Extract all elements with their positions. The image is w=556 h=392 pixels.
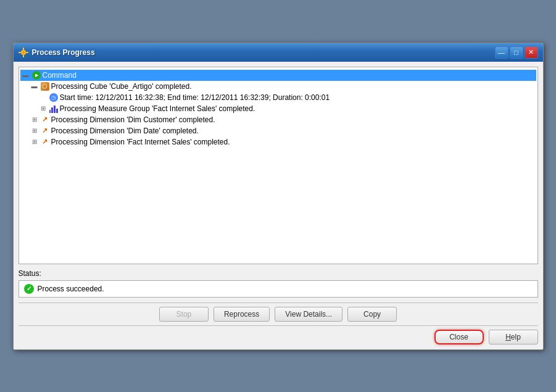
cube-label: Processing Cube 'Cube_Artigo' completed. [51,82,192,91]
tree-row-measure[interactable]: ⊞ Processing Measure Group 'Fact Interne… [38,103,536,114]
measure-label: Processing Measure Group 'Fact Internet … [60,104,255,113]
cube-icon [40,81,50,91]
tree-row-dim-date[interactable]: ⊞ Processing Dimension 'Dim Date' comple… [29,125,536,136]
stop-button[interactable]: Stop [159,307,209,322]
divider-2 [19,325,538,326]
svg-rect-3 [23,55,24,57]
expand-measure[interactable]: ⊞ [39,104,48,113]
status-section: Status: Process succeeded. [19,269,538,298]
dimension-date-icon [40,126,50,136]
reprocess-button[interactable]: Reprocess [214,307,270,322]
svg-rect-5 [26,52,28,53]
dim-customer-label: Processing Dimension 'Dim Customer' comp… [51,115,215,124]
tree-row-dim-fact[interactable]: ⊞ Processing Dimension 'Fact Internet Sa… [29,136,536,148]
expand-dim-date[interactable]: ⊞ [30,127,39,135]
help-label-underline: H [505,333,511,341]
view-details-button[interactable]: View Details... [275,307,342,322]
tree-row-starttime: ▸ Start time: 12/12/2011 16:32:38; End t… [38,92,536,103]
copy-button[interactable]: Copy [347,307,397,322]
tree-panel: ▬ Command ▬ Processing Cube 'Cube_Artigo… [19,67,538,264]
expand-cube[interactable]: ▬ [30,82,39,91]
title-bar-left: Process Progress [19,48,95,57]
dimension-customer-icon [40,115,50,125]
divider-1 [19,302,538,303]
title-bar-buttons: — □ ✕ [495,46,538,59]
help-label-rest: elp [511,333,521,341]
dim-date-label: Processing Dimension 'Dim Date' complete… [51,127,199,135]
close-button[interactable]: Close [434,330,484,344]
chart-icon [49,104,59,114]
status-label: Status: [19,269,538,278]
title-bar: Process Progress — □ ✕ [14,43,543,62]
command-label: Command [43,71,77,80]
window-close-button[interactable]: ✕ [525,46,538,59]
tree-row-cube[interactable]: ▬ Processing Cube 'Cube_Artigo' complete… [29,81,536,92]
svg-point-1 [22,51,25,54]
reprocess-label: Reprocess [224,310,259,319]
window-title: Process Progress [32,48,95,57]
title-icon [19,48,28,57]
tree-row-command[interactable]: ▬ Command [20,70,536,81]
process-progress-window: Process Progress — □ ✕ ▬ Command ▬ [13,43,544,350]
status-text: Process succeeded. [38,285,104,293]
success-icon [24,284,34,294]
status-bar: Process succeeded. [19,280,538,298]
svg-rect-2 [23,48,24,50]
expand-command[interactable]: ▬ [22,71,30,80]
expand-dim-customer[interactable]: ⊞ [30,115,39,124]
dimension-fact-icon [40,137,50,147]
clock-icon [49,93,59,102]
expand-dim-fact[interactable]: ⊞ [30,138,39,146]
dim-fact-label: Processing Dimension 'Fact Internet Sale… [51,138,230,146]
button-row-2: Close Help [19,330,538,344]
minimize-button[interactable]: — [495,46,508,59]
starttime-label: Start time: 12/12/2011 16:32:38; End tim… [60,93,330,102]
button-row-1: Stop Reprocess View Details... Copy [19,307,538,322]
maximize-button[interactable]: □ [510,46,523,59]
window-body: ▬ Command ▬ Processing Cube 'Cube_Artigo… [14,62,543,349]
svg-rect-4 [19,52,21,53]
play-icon [31,70,41,80]
help-button[interactable]: Help [489,330,538,344]
tree-row-dim-customer[interactable]: ⊞ Processing Dimension 'Dim Customer' co… [29,114,536,125]
